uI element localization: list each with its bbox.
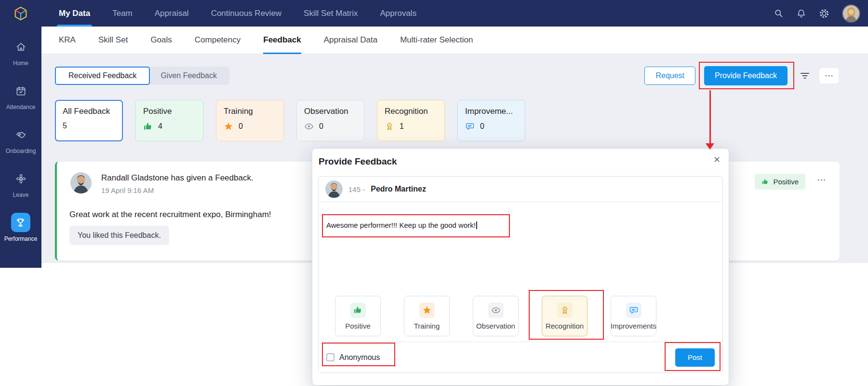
feedback-category-row: Positive Training Observation	[335, 296, 656, 336]
feedback-body-text: Great work at the recent recruitment exp…	[69, 210, 271, 220]
filter-label: All Feedback	[63, 107, 115, 116]
star-icon	[224, 122, 233, 131]
post-button[interactable]: Post	[675, 348, 715, 367]
category-positive[interactable]: Positive	[335, 296, 381, 336]
feedback-title: Randall Gladstone has given a Feedback.	[101, 173, 254, 183]
settings-gear-icon[interactable]	[819, 8, 829, 19]
text-cursor	[476, 221, 477, 229]
close-icon[interactable]	[713, 155, 721, 164]
nav-continuous-review[interactable]: Continuous Review	[211, 0, 281, 27]
tab-goals[interactable]: Goals	[150, 27, 172, 54]
filter-card-improvements[interactable]: Improveme... 0	[457, 100, 525, 141]
filter-count: 0	[239, 122, 243, 131]
thumbs-up-icon	[761, 178, 769, 185]
employee-avatar	[325, 180, 343, 198]
sidebar-item-leave[interactable]: Leave	[11, 169, 30, 198]
anonymous-label: Anonymous	[339, 353, 380, 362]
category-observation[interactable]: Observation	[473, 296, 519, 336]
category-improvements[interactable]: Improvements	[611, 296, 656, 336]
request-feedback-button[interactable]: Request	[644, 67, 695, 85]
star-icon	[419, 303, 435, 318]
category-label: Positive	[345, 322, 371, 330]
notifications-bell-icon[interactable]	[796, 8, 806, 18]
filter-card-training[interactable]: Training 0	[216, 100, 284, 141]
filter-label: Training	[224, 107, 276, 116]
employee-id: 145 -	[348, 185, 365, 193]
thumbs-up-icon	[350, 303, 366, 318]
performance-trophy-icon	[11, 213, 30, 232]
category-label: Improvements	[611, 322, 656, 330]
sidebar-item-onboarding[interactable]: Onboarding	[6, 125, 36, 154]
sidebar: Home Attendance Onboarding	[0, 27, 41, 268]
category-training[interactable]: Training	[404, 296, 450, 336]
feedback-more-button[interactable]: ⋯	[817, 174, 826, 185]
liked-feedback-chip: You liked this Feedback.	[69, 226, 169, 245]
filter-label: Improveme...	[465, 107, 518, 116]
eye-icon	[304, 122, 314, 131]
primary-nav: My Data Team Appraisal Continuous Review…	[41, 0, 416, 27]
zoho-cube-icon	[13, 5, 29, 22]
sidebar-item-performance[interactable]: Performance	[4, 213, 38, 242]
tab-skill-set[interactable]: Skill Set	[98, 27, 128, 54]
category-recognition[interactable]: Recognition	[542, 296, 588, 336]
sidebar-item-home[interactable]: Home	[11, 37, 30, 67]
filter-count: 4	[158, 122, 162, 131]
modal-footer: Anonymous Post	[319, 342, 722, 372]
sidebar-label-performance: Performance	[4, 235, 38, 242]
filter-count: 1	[400, 122, 404, 131]
provide-feedback-button[interactable]: Provide Feedback	[704, 66, 788, 85]
feedback-toolbar: Received Feedback Given Feedback Request…	[55, 66, 839, 86]
feedback-text-input[interactable]: Awesome performer!!! Keep up the good wo…	[326, 221, 477, 229]
comment-icon	[465, 122, 475, 131]
medal-icon	[385, 122, 394, 131]
comment-icon	[626, 303, 641, 318]
tab-multi-rater-selection[interactable]: Multi-rater Selection	[400, 27, 473, 54]
given-feedback-toggle[interactable]: Given Feedback	[148, 67, 229, 85]
onboarding-handshake-icon	[11, 125, 30, 144]
toolbar-more-button[interactable]: ⋯	[819, 68, 839, 83]
category-label: Recognition	[546, 322, 584, 330]
medal-icon	[557, 303, 573, 318]
filter-card-positive[interactable]: Positive 4	[135, 100, 203, 141]
employee-row: 145 - Pedro Martinez	[319, 177, 722, 202]
tab-appraisal-data[interactable]: Appraisal Data	[324, 27, 378, 54]
feedback-filter-cards: All Feedback 5 Positive 4 Training	[55, 100, 525, 141]
sidebar-item-attendance[interactable]: Attendance	[6, 81, 36, 110]
filter-label: Observation	[304, 107, 357, 116]
search-icon[interactable]	[774, 8, 784, 18]
tab-kra[interactable]: KRA	[59, 27, 76, 54]
filter-card-recognition[interactable]: Recognition 1	[377, 100, 445, 141]
filter-card-observation[interactable]: Observation 0	[296, 100, 364, 141]
eye-icon	[488, 303, 504, 318]
provide-feedback-modal: Provide Feedback 145 - Pedro Martinez	[312, 148, 729, 386]
user-avatar[interactable]	[842, 4, 860, 23]
nav-team[interactable]: Team	[112, 0, 133, 27]
attendance-calendar-icon	[11, 81, 30, 100]
filter-count: 0	[480, 122, 484, 131]
positive-badge: Positive	[755, 174, 805, 190]
tab-feedback[interactable]: Feedback	[263, 27, 301, 54]
sidebar-label-leave: Leave	[13, 192, 29, 198]
nav-approvals[interactable]: Approvals	[380, 0, 417, 27]
filter-count: 0	[319, 122, 323, 131]
anonymous-checkbox[interactable]	[326, 353, 334, 361]
filter-icon[interactable]	[799, 70, 811, 82]
sidebar-label-attendance: Attendance	[6, 104, 36, 110]
performance-tabbar: KRA Skill Set Goals Competency Feedback …	[41, 27, 868, 54]
tab-competency[interactable]: Competency	[195, 27, 240, 54]
app-logo[interactable]	[0, 0, 41, 27]
feedback-author-avatar	[70, 172, 92, 193]
leave-flower-icon	[11, 169, 30, 188]
sidebar-label-onboarding: Onboarding	[6, 148, 36, 154]
category-label: Training	[414, 322, 440, 330]
app-root: My Data Team Appraisal Continuous Review…	[0, 0, 868, 386]
nav-skill-set-matrix[interactable]: Skill Set Matrix	[304, 0, 358, 27]
positive-badge-label: Positive	[773, 178, 799, 186]
filter-card-all-feedback[interactable]: All Feedback 5	[55, 100, 123, 141]
category-label: Observation	[476, 322, 515, 330]
home-icon	[11, 37, 30, 56]
received-feedback-toggle[interactable]: Received Feedback	[55, 67, 150, 85]
nav-my-data[interactable]: My Data	[59, 0, 90, 27]
nav-appraisal[interactable]: Appraisal	[155, 0, 189, 27]
filter-count: 5	[63, 122, 67, 130]
